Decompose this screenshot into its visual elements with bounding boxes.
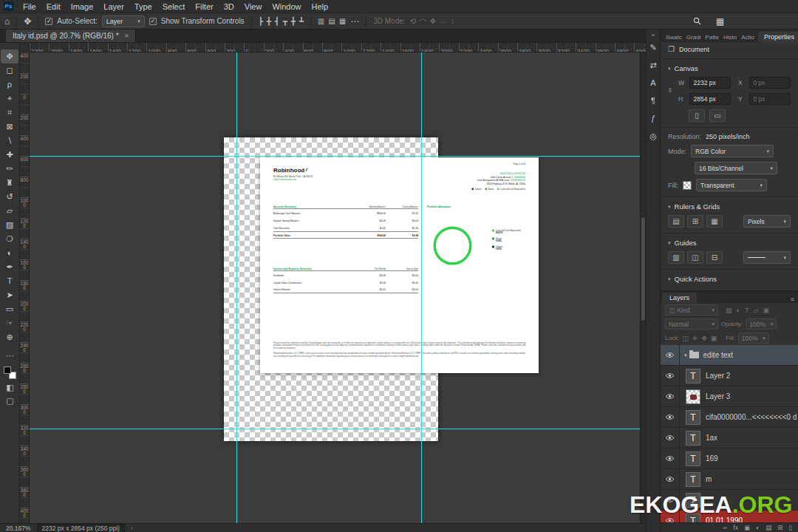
layer-thumbnail[interactable] bbox=[686, 389, 700, 404]
menu-item[interactable]: Image bbox=[66, 0, 99, 13]
filter-smart-object-icon[interactable]: ▣ bbox=[763, 307, 769, 314]
align-right-icon[interactable]: ┫ bbox=[275, 18, 279, 25]
clone-source-panel-icon[interactable]: ◎ bbox=[649, 132, 657, 140]
canvas-area[interactable]: Robinhood 85 Willow Rd, Menlo Park, CA 9… bbox=[30, 52, 640, 523]
menu-item[interactable]: Edit bbox=[41, 0, 66, 13]
path-selection-tool[interactable]: ➤ bbox=[1, 288, 18, 302]
crop-tool[interactable]: ⌗ bbox=[1, 106, 18, 120]
guides-lock-icon[interactable]: ▥ bbox=[668, 251, 684, 264]
filter-pixel-layers-icon[interactable]: ▨ bbox=[726, 307, 732, 314]
layer-visibility-toggle[interactable] bbox=[661, 469, 680, 489]
canvas-width-input[interactable]: 2232 px bbox=[689, 77, 731, 89]
panel-tab[interactable]: Histo bbox=[721, 34, 739, 42]
eyedropper-tool[interactable]: ∖ bbox=[1, 134, 18, 148]
canvas-x-input[interactable]: 0 px bbox=[749, 77, 791, 89]
filter-adjustment-layers-icon[interactable]: ◐ bbox=[737, 307, 740, 314]
rectangular-marquee-tool[interactable]: ◻ bbox=[1, 64, 18, 78]
3d-roll-icon[interactable]: ◠ bbox=[420, 18, 426, 25]
document-tab[interactable]: Italy id.psd @ 20.7% (RGB/16) * × bbox=[6, 30, 136, 42]
frame-tool[interactable]: ⊠ bbox=[1, 120, 18, 134]
quick-mask-icon[interactable]: ◧ bbox=[6, 383, 13, 392]
brush-tool[interactable]: ✏ bbox=[1, 162, 18, 176]
character-panel-icon[interactable]: A bbox=[650, 79, 655, 87]
home-icon[interactable]: ⌂ bbox=[4, 17, 10, 26]
layer-name[interactable]: Layer 2 bbox=[706, 372, 730, 380]
status-options-arrow[interactable]: › bbox=[131, 525, 133, 531]
expand-panels-icon[interactable]: « bbox=[652, 32, 655, 38]
show-transform-controls-checkbox[interactable]: ✓ bbox=[149, 18, 157, 25]
text-layer-thumbnail[interactable]: T bbox=[686, 369, 700, 383]
menu-item[interactable]: Filter bbox=[190, 0, 218, 13]
layer-row[interactable]: ▾ T Layer 2 bbox=[661, 366, 798, 386]
canvas-y-input[interactable]: 0 px bbox=[749, 93, 791, 105]
text-layer-thumbnail[interactable]: T bbox=[686, 472, 700, 487]
vertical-guide[interactable] bbox=[421, 52, 422, 523]
panel-tab[interactable]: Patte bbox=[703, 34, 721, 42]
layer-name[interactable]: edite text bbox=[703, 351, 734, 359]
edit-toolbar-icon[interactable]: ⋯ bbox=[6, 351, 14, 361]
color-mode-dropdown[interactable]: RGB Color▾ bbox=[691, 145, 774, 157]
align-middle-vertical-icon[interactable]: ╋ bbox=[291, 18, 296, 25]
canvas-height-input[interactable]: 2854 px bbox=[689, 93, 731, 105]
eraser-tool[interactable]: ▱ bbox=[1, 204, 18, 218]
layer-row[interactable]: ▾ T 1ax bbox=[661, 428, 798, 449]
menu-item[interactable]: 3D bbox=[219, 0, 239, 13]
layer-name[interactable]: 1ax bbox=[706, 434, 717, 442]
panel-menu-icon[interactable]: ≡ bbox=[791, 296, 794, 303]
filter-type-layers-icon[interactable]: T bbox=[745, 307, 749, 314]
shape-tool[interactable]: ▭ bbox=[1, 302, 18, 316]
new-layer-icon[interactable]: ⊞ bbox=[777, 525, 782, 531]
align-bottom-icon[interactable]: ┻ bbox=[299, 18, 304, 25]
grid-large-icon[interactable]: ▦ bbox=[706, 215, 723, 228]
color-swatches[interactable] bbox=[4, 366, 16, 379]
layer-row[interactable]: ▾ T cifa0000000...<<<<<<<<0 d bbox=[661, 407, 798, 428]
distribute-horizontal-icon[interactable]: ▥ bbox=[318, 18, 324, 25]
type-tool[interactable]: T bbox=[1, 274, 18, 288]
layer-visibility-toggle[interactable] bbox=[661, 366, 680, 386]
paragraph-panel-icon[interactable]: ¶ bbox=[651, 97, 655, 105]
distribute-spacing-icon[interactable]: ▦ bbox=[339, 18, 346, 25]
canvas-vertical-scrollbar[interactable] bbox=[640, 52, 646, 523]
layer-visibility-toggle[interactable] bbox=[661, 386, 680, 406]
horizontal-ruler[interactable]: 2200200018001600140012001000800600400200… bbox=[30, 43, 646, 52]
panel-tab[interactable]: Actio bbox=[739, 34, 757, 42]
text-layer-thumbnail[interactable]: T bbox=[686, 451, 700, 466]
align-left-icon[interactable]: ┣ bbox=[259, 18, 263, 25]
panel-tab[interactable]: Swatc bbox=[664, 34, 684, 42]
lock-transparency-icon[interactable]: ◫ bbox=[682, 335, 689, 342]
dodge-tool[interactable]: ◐ bbox=[1, 246, 18, 260]
blend-mode-dropdown[interactable]: Normal ▾ bbox=[665, 318, 718, 330]
workspace-switcher-icon[interactable]: ▦ bbox=[716, 17, 724, 26]
layer-visibility-toggle[interactable] bbox=[661, 428, 680, 448]
grid-small-icon[interactable]: ⊞ bbox=[687, 215, 703, 228]
text-layer-thumbnail[interactable]: T bbox=[686, 410, 700, 425]
link-layers-icon[interactable]: ∞ bbox=[723, 525, 727, 531]
pen-tool[interactable]: ✒ bbox=[1, 260, 18, 274]
layer-row[interactable]: ▾ T m bbox=[661, 469, 798, 490]
resolution-value[interactable]: 250 pixels/inch bbox=[706, 133, 750, 140]
adjustment-layer-icon[interactable]: ◐ bbox=[756, 525, 760, 531]
3d-scale-icon[interactable]: ↕ bbox=[451, 18, 454, 25]
tab-layers[interactable]: Layers bbox=[662, 293, 697, 303]
ruler-units-dropdown[interactable]: Pixels▾ bbox=[743, 215, 791, 228]
auto-select-target-dropdown[interactable]: Layer▾ bbox=[102, 16, 145, 27]
panel-tab[interactable]: Gradi bbox=[684, 34, 703, 42]
group-expand-icon[interactable]: ▾ bbox=[684, 352, 687, 358]
3d-drag-icon[interactable]: ✥ bbox=[430, 18, 436, 25]
horizontal-guide[interactable] bbox=[30, 156, 640, 157]
canvas-fill-dropdown[interactable]: Transparent▾ bbox=[696, 179, 767, 191]
align-center-horizontal-icon[interactable]: ╋ bbox=[267, 18, 271, 25]
history-brush-tool[interactable]: ↺ bbox=[1, 190, 18, 204]
zoom-level[interactable]: 20.167% bbox=[6, 525, 31, 532]
quick-actions-section-header[interactable]: ▾ Quick Actions bbox=[668, 275, 791, 283]
layer-visibility-toggle[interactable] bbox=[661, 345, 680, 365]
close-icon[interactable]: × bbox=[125, 32, 129, 40]
canvas-section-header[interactable]: ▾ Canvas bbox=[668, 64, 791, 72]
auto-select-checkbox[interactable]: ✓ bbox=[45, 18, 52, 25]
lock-all-icon[interactable]: ▣ bbox=[711, 335, 717, 342]
menu-item[interactable]: Type bbox=[129, 0, 157, 13]
rulers-grids-section-header[interactable]: ▾ Rulers & Grids bbox=[668, 202, 791, 211]
vertical-ruler[interactable]: 4002000200400600800100012001400160018002… bbox=[20, 52, 30, 523]
layer-name[interactable]: 169 bbox=[706, 454, 718, 463]
scrollbar-thumb[interactable] bbox=[641, 217, 645, 321]
